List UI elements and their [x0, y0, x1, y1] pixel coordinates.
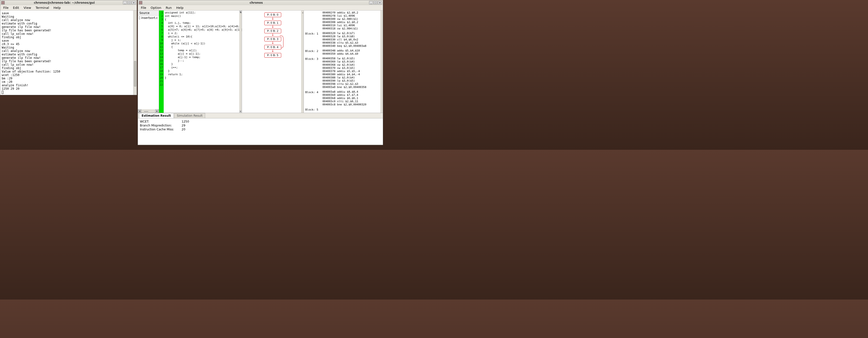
flow-arrow-icon: ↓ — [272, 42, 274, 44]
close-button[interactable]: × — [132, 1, 136, 4]
terminal-icon — [1, 1, 5, 4]
scroll-left-icon[interactable]: ◂ — [138, 109, 142, 113]
terminal-window: chronos@chronos-lab: ~/chronos/gui _ □ ×… — [0, 0, 137, 95]
close-button[interactable]: × — [378, 1, 382, 4]
icm-label: Instruction Cache Miss: — [140, 128, 182, 131]
terminal-output[interactable]: save Waiting call analyze now estimate w… — [0, 10, 137, 95]
code-panel: 1 2 3 4 5 6 7 8 9 10 11 12 13 14 15 16 1… — [159, 10, 242, 113]
tab-estimation[interactable]: Estimation Result — [139, 113, 174, 118]
terminal-text: save Waiting call analyze now estimate w… — [2, 11, 60, 91]
minimize-button[interactable]: _ — [123, 1, 127, 4]
chronos-window: chronos _ □ × File Option Run Help Sourc… — [138, 0, 383, 145]
asm-block-5-label: Block: 5 — [305, 108, 320, 111]
bm-label: Branch Misprediction: — [140, 124, 182, 127]
scrollbar-thumb[interactable] — [144, 111, 148, 112]
chronos-icon — [139, 1, 142, 4]
menu-file[interactable]: File — [139, 5, 148, 10]
flow-node-1[interactable]: P: 0 B: 1 — [264, 21, 281, 25]
asm-block-3-label: Block: 3 — [305, 57, 320, 89]
asm-block-5-lines — [322, 108, 381, 111]
menu-view[interactable]: View — [22, 5, 33, 10]
asm-content[interactable]: 004002f0 addiu $2,$0,2 004002f8 lui $1,4… — [304, 10, 383, 112]
flow-vscroll[interactable] — [301, 10, 304, 113]
flow-node-2[interactable]: P: 0 B: 2 — [264, 29, 281, 33]
flow-node-0[interactable]: P: 0 B: 0 — [264, 12, 281, 17]
chronos-menubar: File Option Run Help — [138, 5, 383, 10]
wcet-label: WCET: — [140, 120, 182, 123]
flow-arrow-icon: ↓ — [272, 26, 274, 28]
asm-pre-lines: 004002f0 addiu $2,$0,2 004002f8 lui $1,4… — [322, 11, 381, 30]
flow-panel: ◂ P: 0 B: 0 ↓ P: 0 B: 1 ↓ P: 0 B: 2 ↓ P:… — [242, 10, 304, 113]
chronos-bottom: Estimation Result Simulation Result WCET… — [138, 113, 383, 145]
asm-block-2-lines: 00400348 addu $5,$4,$10 00400350 addu $4… — [322, 49, 381, 56]
menu-help[interactable]: Help — [52, 5, 63, 10]
tab-simulation[interactable]: Simulation Result — [174, 113, 206, 118]
result-body: WCET: 1250 Branch Misprediction: 29 Inst… — [138, 119, 383, 144]
menu-terminal[interactable]: Terminal — [34, 5, 51, 10]
result-branch-mispred: Branch Misprediction: 29 — [140, 124, 381, 127]
asm-panel: ◂ 004002f0 addiu $2,$0,2 004002f8 lui $1… — [304, 10, 383, 113]
source-file-item[interactable]: insertsort.c — [138, 16, 159, 20]
flow-node-4[interactable]: P: 0 B: 4 — [264, 45, 281, 49]
code-vscroll[interactable]: ▴ ▾ — [239, 10, 242, 113]
asm-block-1-label: Block: 1 — [305, 32, 320, 47]
menu-run[interactable]: Run — [164, 5, 174, 10]
menu-file[interactable]: File — [1, 5, 10, 10]
code-text[interactable]: unsigned int a[11]; int main() { int i,j… — [164, 10, 249, 113]
collapse-left-icon[interactable]: ◂ — [240, 11, 241, 14]
wcet-value: 1250 — [182, 120, 189, 123]
asm-block-4-label: Block: 4 — [305, 90, 320, 106]
scroll-down-icon[interactable]: ▾ — [239, 110, 242, 113]
asm-block-1-lines: 00400320 lw $2,0($7) 00400328 lw $3,0($8… — [322, 32, 381, 47]
icm-value: 20 — [182, 128, 185, 131]
source-file-name: insertsort.c — [141, 16, 158, 20]
terminal-title: chronos@chronos-lab: ~/chronos/gui — [6, 1, 123, 4]
file-icon — [139, 16, 140, 20]
source-panel: Source insertsort.c ◂ ▸ — [138, 10, 159, 113]
asm-block-3-lines: 00400358 lw $2,0($5) 00400360 lw $3,0($4… — [322, 57, 381, 89]
flow-arrow-icon: ↓ — [272, 34, 274, 36]
result-wcet: WCET: 1250 — [140, 120, 381, 123]
terminal-scrollbar[interactable] — [133, 10, 137, 95]
chronos-titlebar[interactable]: chronos _ □ × — [138, 0, 383, 5]
terminal-menubar: File Edit View Terminal Help — [0, 5, 137, 10]
asm-block-2-label: Block: 2 — [305, 49, 320, 56]
flow-arrow-icon: ↓ — [272, 18, 274, 20]
menu-option[interactable]: Option — [149, 5, 163, 10]
chronos-main: Source insertsort.c ◂ ▸ 1 2 3 4 5 6 7 8 … — [138, 10, 383, 113]
code-gutter: 1 2 3 4 5 6 7 8 9 10 11 12 13 14 15 16 1… — [159, 10, 164, 113]
terminal-cursor — [2, 91, 3, 94]
scroll-right-icon[interactable]: ▸ — [155, 109, 159, 113]
flow-arrow-icon: ↓ — [272, 50, 274, 53]
collapse-left-icon[interactable]: ◂ — [302, 11, 303, 14]
menu-edit[interactable]: Edit — [11, 5, 21, 10]
flow-node-3[interactable]: P: 0 B: 3 — [264, 37, 281, 41]
source-header: Source — [138, 10, 159, 16]
asm-vscroll[interactable] — [380, 10, 383, 113]
terminal-titlebar[interactable]: chronos@chronos-lab: ~/chronos/gui _ □ × — [0, 0, 137, 5]
result-tabs: Estimation Result Simulation Result — [138, 113, 383, 119]
flow-node-5[interactable]: P: 0 B: 5 — [264, 53, 281, 58]
source-hscroll[interactable]: ◂ ▸ — [138, 109, 159, 113]
chronos-title: chronos — [143, 1, 369, 4]
asm-block-4-lines: 004003a8 addiu $8,$8,4 004003b0 addiu $7… — [322, 90, 381, 106]
maximize-button[interactable]: □ — [127, 1, 131, 4]
bm-value: 29 — [182, 124, 185, 127]
maximize-button[interactable]: □ — [373, 1, 377, 4]
scrollbar-thumb[interactable] — [134, 61, 136, 86]
minimize-button[interactable]: _ — [369, 1, 373, 4]
menu-help[interactable]: Help — [174, 5, 186, 10]
result-icache-miss: Instruction Cache Miss: 20 — [140, 128, 381, 131]
